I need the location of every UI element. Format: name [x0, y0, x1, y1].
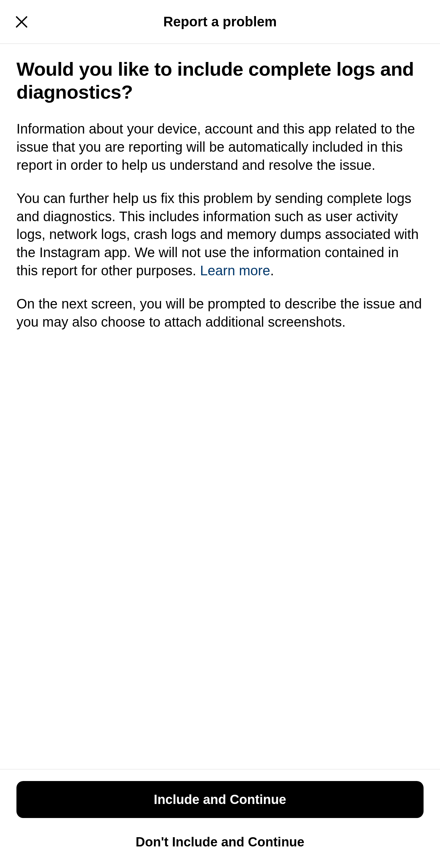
- content-area: Would you like to include complete logs …: [0, 44, 440, 769]
- header: Report a problem: [0, 0, 440, 44]
- heading: Would you like to include complete logs …: [16, 58, 424, 103]
- learn-more-link[interactable]: Learn more: [200, 263, 270, 278]
- close-icon: [14, 14, 29, 29]
- include-and-continue-button[interactable]: Include and Continue: [16, 781, 424, 818]
- dont-include-and-continue-button[interactable]: Don't Include and Continue: [16, 830, 424, 854]
- paragraph-1: Information about your device, account a…: [16, 120, 424, 174]
- footer: Include and Continue Don't Include and C…: [0, 769, 440, 868]
- close-button[interactable]: [14, 14, 29, 30]
- page-title: Report a problem: [163, 14, 277, 29]
- paragraph-2-text-after: .: [270, 263, 274, 278]
- paragraph-2: You can further help us fix this problem…: [16, 189, 424, 280]
- paragraph-3: On the next screen, you will be prompted…: [16, 295, 424, 331]
